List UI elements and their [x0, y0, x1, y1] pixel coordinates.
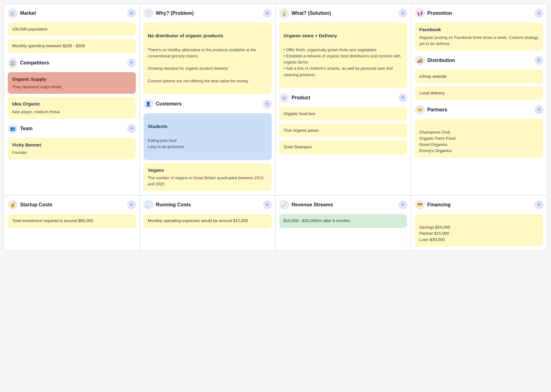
- startup-costs-header: 💰 Startup Costs +: [8, 200, 136, 210]
- facebook-card: Facebook Regular posting on Facebook thr…: [415, 23, 543, 51]
- organic-food-box-card: Organic food box: [279, 107, 407, 121]
- financing-add-button[interactable]: +: [535, 200, 543, 209]
- eshop-website-card: eShop website: [415, 70, 543, 83]
- what-card-1: Organic store + Delivery • Offer fresh, …: [279, 23, 407, 88]
- monthly-operating-card: Monthly operating expenses would be arou…: [144, 214, 272, 228]
- partners-add-button[interactable]: +: [535, 105, 543, 114]
- distribution-icon: 🚚: [415, 56, 425, 65]
- why-header: ❔ Why? (Problem) +: [144, 8, 272, 18]
- customers-header: 👤 Customers +: [144, 99, 272, 109]
- top-section: 🛒 Market + 100,000 population Monthly sp…: [4, 4, 547, 196]
- distribution-header: 🚚 Distribution +: [415, 56, 543, 65]
- partners-card: Champions Club Organic Farm Food Good Or…: [415, 119, 543, 158]
- why-icon: ❔: [144, 8, 153, 18]
- why-card-1: No distributor of organic products There…: [144, 23, 272, 94]
- competitors-add-button[interactable]: +: [127, 59, 136, 67]
- partners-icon: 🤝: [415, 105, 425, 115]
- market-add-button[interactable]: +: [127, 9, 136, 18]
- competitors-title: Competitors: [20, 60, 49, 66]
- promotion-title: Promotion: [427, 10, 452, 16]
- partners-title: Partners: [427, 107, 447, 113]
- running-costs-icon: 🧾: [144, 200, 153, 210]
- customers-add-button[interactable]: +: [263, 100, 272, 108]
- column-what: 💡 What? (Solution) + Organic store + Del…: [276, 4, 411, 195]
- solid-shampoo-card: Solid Shampoo: [279, 140, 407, 154]
- market-card-1: 100,000 population: [8, 23, 136, 36]
- what-header: 💡 What? (Solution) +: [279, 8, 407, 18]
- vicky-bennet-card: Vicky Bennet Founder: [8, 138, 136, 160]
- students-card: Students Eating junk food Lazy to do gro…: [144, 113, 272, 160]
- market-header: 🛒 Market +: [8, 8, 136, 18]
- column-startup-costs: 💰 Startup Costs + Total investment requi…: [4, 196, 140, 251]
- team-icon: 👥: [8, 124, 18, 134]
- revenue-card: $15,000 - $20,000/m after 6 months: [279, 214, 407, 228]
- customers-title: Customers: [156, 101, 182, 107]
- startup-costs-icon: 💰: [8, 200, 18, 210]
- what-icon: 💡: [279, 8, 289, 18]
- competitors-icon: 🏢: [8, 58, 18, 68]
- financing-header: 💳 Financing +: [415, 200, 543, 210]
- column-financing: 💳 Financing + Savings $20,000 Partner $1…: [411, 196, 547, 251]
- idea-organic-card: Idea Organic New player, medium threat: [8, 97, 136, 119]
- column-promotion: 📢 Promotion + Facebook Regular posting o…: [411, 4, 547, 195]
- revenue-streams-add-button[interactable]: +: [399, 200, 407, 209]
- bottom-section: 💰 Startup Costs + Total investment requi…: [4, 196, 547, 251]
- promotion-icon: 📢: [415, 8, 425, 18]
- product-title: Product: [292, 95, 310, 101]
- running-costs-add-button[interactable]: +: [263, 200, 272, 209]
- product-add-button[interactable]: +: [399, 93, 407, 102]
- financing-title: Financing: [427, 202, 451, 208]
- startup-costs-title: Startup Costs: [20, 202, 52, 208]
- product-header: 🗂 Product +: [279, 93, 407, 103]
- revenue-streams-header: 📈 Revenue Streams +: [279, 200, 407, 210]
- team-header: 👥 Team +: [8, 124, 136, 134]
- running-costs-title: Running Costs: [156, 202, 191, 208]
- column-revenue-streams: 📈 Revenue Streams + $15,000 - $20,000/m …: [276, 196, 411, 251]
- financing-card: Savings $20,000 Partner $15,000 Loan $30…: [415, 214, 543, 246]
- startup-costs-add-button[interactable]: +: [127, 200, 136, 209]
- why-add-button[interactable]: +: [263, 9, 272, 18]
- business-model-board: 🛒 Market + 100,000 population Monthly sp…: [4, 4, 547, 251]
- distribution-title: Distribution: [427, 58, 455, 63]
- local-delivery-card: Local delivery: [415, 86, 543, 100]
- promotion-header: 📢 Promotion +: [415, 8, 543, 18]
- true-organic-juices-card: True organic juices: [279, 124, 407, 137]
- product-icon: 🗂: [279, 93, 289, 103]
- what-add-button[interactable]: +: [399, 9, 407, 18]
- what-title: What? (Solution): [292, 10, 331, 16]
- revenue-streams-title: Revenue Streams: [292, 202, 333, 208]
- promotion-add-button[interactable]: +: [535, 9, 543, 18]
- why-title: Why? (Problem): [156, 10, 194, 16]
- market-title: Market: [20, 10, 36, 16]
- financing-icon: 💳: [415, 200, 425, 210]
- partners-header: 🤝 Partners +: [415, 105, 543, 115]
- column-why: ❔ Why? (Problem) + No distributor of org…: [140, 4, 276, 195]
- competitors-header: 🏢 Competitors +: [8, 58, 136, 68]
- running-costs-header: 🧾 Running Costs +: [144, 200, 272, 210]
- distribution-add-button[interactable]: +: [535, 56, 543, 65]
- market-icon: 🛒: [8, 8, 18, 18]
- total-investment-card: Total investment required is around $65,…: [8, 214, 136, 228]
- vegans-card: Vegans The number of vegans in Great Bri…: [144, 163, 272, 191]
- organic-supply-card: Organic Supply They represent major thre…: [8, 72, 136, 94]
- team-add-button[interactable]: +: [127, 124, 136, 133]
- column-market: 🛒 Market + 100,000 population Monthly sp…: [4, 4, 140, 195]
- customers-icon: 👤: [144, 99, 153, 109]
- column-running-costs: 🧾 Running Costs + Monthly operating expe…: [140, 196, 276, 251]
- market-card-2: Monthly spending between $200 - $300: [8, 39, 136, 53]
- revenue-streams-icon: 📈: [279, 200, 289, 210]
- team-title: Team: [20, 126, 33, 131]
